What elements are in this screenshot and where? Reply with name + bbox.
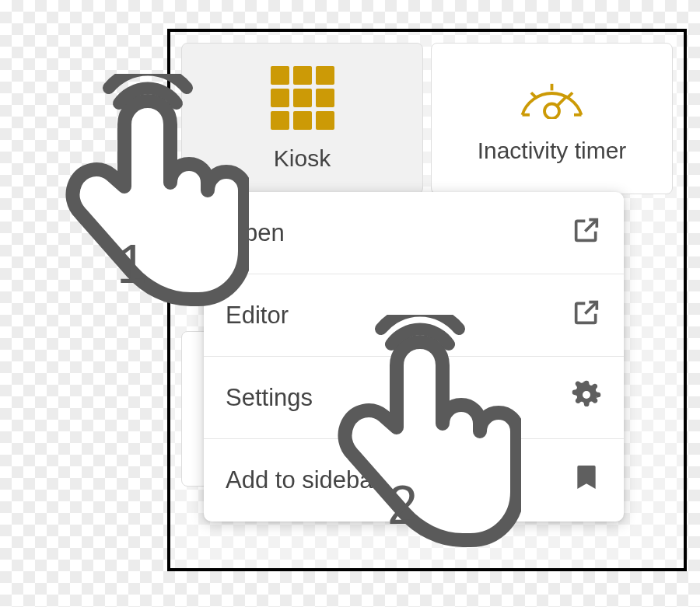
menu-open-label: Open xyxy=(226,219,285,247)
context-menu: Open Editor Settings Add to sidebar xyxy=(204,192,624,522)
menu-item-editor[interactable]: Editor xyxy=(204,274,624,357)
menu-item-open[interactable]: Open xyxy=(204,192,624,274)
external-link-icon xyxy=(571,297,602,334)
gear-icon xyxy=(571,379,602,417)
cards-row: Kiosk Inactivity timer xyxy=(170,32,684,194)
menu-addtosidebar-label: Add to sidebar xyxy=(226,466,381,494)
bookmark-icon xyxy=(571,462,602,499)
menu-editor-label: Editor xyxy=(226,302,289,330)
grid-icon xyxy=(271,66,334,130)
menu-settings-label: Settings xyxy=(226,384,313,412)
menu-item-settings[interactable]: Settings xyxy=(204,357,624,439)
menu-item-add-to-sidebar[interactable]: Add to sidebar xyxy=(204,439,624,522)
step-number-1: 1 xyxy=(117,233,147,295)
card-kiosk-label: Kiosk xyxy=(274,145,331,172)
card-inactivity[interactable]: Inactivity timer xyxy=(431,43,673,194)
card-kiosk[interactable]: Kiosk xyxy=(181,43,423,194)
svg-line-6 xyxy=(557,96,566,106)
svg-line-3 xyxy=(531,92,536,97)
card-inactivity-label: Inactivity timer xyxy=(478,138,627,164)
svg-line-4 xyxy=(568,92,572,97)
external-link-icon xyxy=(571,215,602,252)
gauge-icon xyxy=(515,74,589,122)
